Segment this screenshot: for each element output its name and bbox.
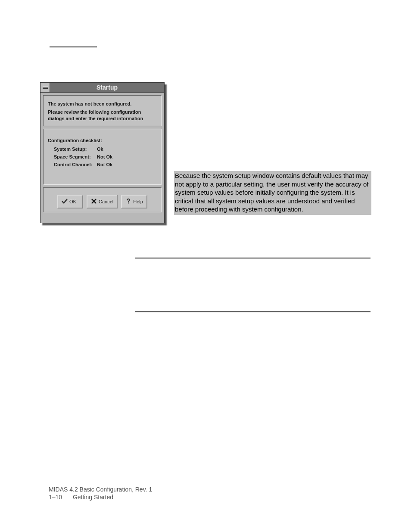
help-button[interactable]: Help — [121, 195, 147, 208]
button-row: OK Cancel — [46, 195, 159, 208]
button-panel: OK Cancel — [43, 187, 162, 212]
message-line-1: The system has not been configured. — [48, 101, 157, 107]
footer-page-number: 1–10 — [49, 493, 71, 501]
checklist-value: Not Ok — [97, 154, 112, 159]
ok-button[interactable]: OK — [57, 195, 83, 208]
svg-point-0 — [128, 202, 129, 203]
document-page: Startup The system has not been configur… — [0, 0, 411, 532]
system-menu-icon — [43, 87, 48, 89]
checklist-label: System Setup: — [54, 146, 97, 152]
checklist-row: Space Segment: Not Ok — [54, 154, 157, 159]
checklist-value: Ok — [97, 146, 103, 152]
checklist-row: Control Channel: Not Ok — [54, 162, 157, 167]
question-icon — [125, 198, 131, 205]
heading-underline — [50, 47, 97, 47]
help-button-label: Help — [133, 199, 143, 204]
checklist-heading: Configuration checklist: — [48, 138, 157, 143]
checklist: System Setup: Ok Space Segment: Not Ok C… — [48, 146, 157, 167]
checklist-label: Control Channel: — [54, 162, 97, 167]
x-icon — [91, 198, 97, 205]
page-footer: MIDAS 4.2 Basic Configuration, Rev. 1 1–… — [49, 485, 152, 501]
dialog-body: The system has not been configured. Plea… — [40, 93, 164, 215]
checklist-label: Space Segment: — [54, 154, 97, 159]
checklist-row: System Setup: Ok — [54, 146, 157, 152]
note-separator-bottom — [135, 311, 371, 312]
ok-button-label: OK — [69, 199, 76, 204]
checklist-panel: Configuration checklist: System Setup: O… — [43, 129, 162, 185]
startup-dialog: Startup The system has not been configur… — [40, 82, 165, 223]
footer-section: Getting Started — [73, 494, 113, 501]
cancel-button-label: Cancel — [99, 199, 113, 204]
checklist-value: Not Ok — [97, 162, 112, 167]
footer-doc-title: MIDAS 4.2 Basic Configuration, Rev. 1 — [49, 485, 152, 493]
callout-paragraph: Because the system setup window contains… — [174, 171, 371, 215]
titlebar: Startup — [40, 83, 164, 93]
message-panel: The system has not been configured. Plea… — [43, 95, 162, 126]
cancel-button[interactable]: Cancel — [87, 195, 118, 208]
dialog-title: Startup — [50, 83, 164, 92]
note-separator-top — [135, 258, 371, 258]
footer-line-2: 1–10 Getting Started — [49, 493, 152, 501]
system-menu-button[interactable] — [40, 83, 50, 92]
check-icon — [62, 198, 68, 205]
message-line-2: Please review the following configuratio… — [48, 109, 157, 122]
